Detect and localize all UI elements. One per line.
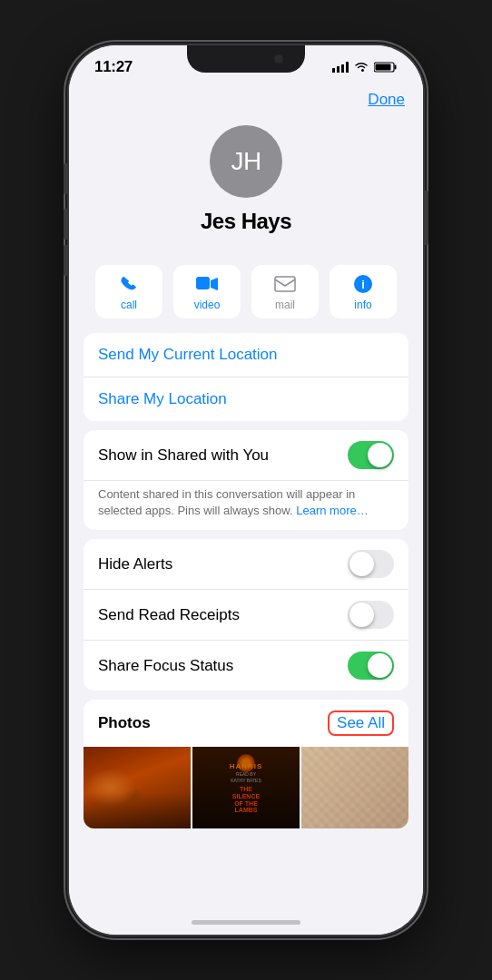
info-label: info [354, 299, 371, 311]
show-shared-with-you-row: Show in Shared with You [84, 430, 408, 481]
avatar-initials: JH [231, 147, 261, 176]
photos-grid: HARRIS READ BY KATHY BATES THESILENCEOF … [84, 747, 408, 828]
shared-with-you-description: Content shared in this conversation will… [84, 481, 408, 530]
phone-screen: 11:27 [69, 45, 423, 935]
shared-with-you-label: Show in Shared with You [98, 446, 269, 465]
send-read-receipts-toggle[interactable] [348, 601, 394, 629]
shared-with-you-toggle[interactable] [348, 441, 394, 469]
contact-header: JH Jes Hays [69, 116, 423, 252]
phone-icon [116, 274, 142, 294]
toggle-thumb [368, 443, 392, 467]
battery-icon [374, 62, 398, 73]
notch-camera [274, 54, 283, 64]
info-icon: i [350, 274, 376, 294]
hide-alerts-toggle[interactable] [348, 550, 394, 578]
avatar: JH [210, 125, 282, 198]
svg-rect-8 [275, 277, 295, 291]
location-section: Send My Current Location Share My Locati… [84, 333, 408, 421]
top-bar: Done [69, 82, 423, 116]
learn-more-link[interactable]: Learn more… [296, 504, 368, 517]
photo-2: HARRIS READ BY KATHY BATES THESILENCEOF … [192, 747, 300, 828]
video-icon [194, 274, 220, 294]
settings-section: Hide Alerts Send Read Receipts Share Foc… [84, 539, 408, 691]
svg-rect-1 [337, 66, 339, 73]
wifi-icon [354, 62, 369, 73]
photos-header: Photos See All [84, 700, 408, 747]
svg-rect-6 [376, 64, 391, 71]
send-location-text: Send My Current Location [98, 346, 278, 364]
content-area: Done JH Jes Hays call [69, 82, 423, 909]
home-indicator [192, 920, 300, 925]
bottom-spacer [69, 838, 423, 856]
svg-rect-0 [332, 68, 335, 73]
svg-rect-7 [196, 277, 210, 289]
see-all-button[interactable]: See All [328, 710, 394, 736]
done-button[interactable]: Done [368, 91, 405, 109]
svg-rect-5 [395, 65, 397, 70]
hide-alerts-row: Hide Alerts [84, 539, 408, 590]
svg-text:i: i [361, 278, 365, 291]
photos-section: Photos See All HARRIS READ BY [84, 700, 408, 828]
video-button[interactable]: video [173, 265, 241, 318]
share-focus-status-label: Share Focus Status [98, 657, 233, 675]
notch [187, 45, 305, 73]
share-location-text: Share My Location [98, 390, 227, 408]
share-location-row[interactable]: Share My Location [84, 377, 408, 421]
photos-title: Photos [98, 714, 151, 732]
call-button[interactable]: call [95, 265, 162, 318]
status-icons [332, 62, 398, 73]
svg-rect-2 [341, 64, 344, 73]
send-read-receipts-label: Send Read Receipts [98, 606, 240, 624]
video-label: video [194, 299, 221, 311]
contact-name: Jes Hays [201, 209, 291, 234]
svg-rect-3 [346, 62, 349, 73]
signal-icon [332, 62, 349, 73]
action-buttons: call video [69, 252, 423, 324]
shared-with-you-section: Show in Shared with You Content shared i… [84, 430, 408, 530]
share-focus-status-row: Share Focus Status [84, 641, 408, 691]
photo-1 [84, 747, 191, 828]
mail-button[interactable]: mail [251, 265, 319, 318]
photo-3 [301, 747, 408, 828]
mail-icon [272, 274, 298, 294]
hide-alerts-label: Hide Alerts [98, 555, 172, 573]
mail-label: mail [275, 299, 295, 311]
status-time: 11:27 [94, 58, 133, 76]
phone-bottom [69, 909, 423, 935]
phone-frame: 11:27 [69, 45, 423, 935]
send-read-receipts-row: Send Read Receipts [84, 590, 408, 641]
call-label: call [121, 299, 137, 311]
send-location-row[interactable]: Send My Current Location [84, 333, 408, 377]
share-focus-status-toggle[interactable] [348, 652, 394, 680]
info-button[interactable]: i info [330, 265, 397, 318]
